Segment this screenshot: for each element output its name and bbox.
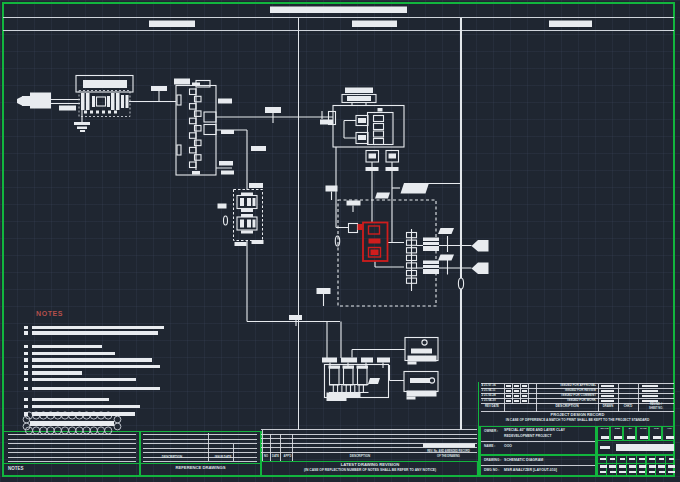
highlighted-component[interactable]	[358, 223, 388, 262]
chkd-header: CHK'D	[618, 405, 638, 408]
grid-value-bar	[609, 465, 616, 468]
revision-mark-bar	[506, 400, 511, 403]
revision-mark-bar	[514, 385, 519, 388]
revision-mark-bar	[514, 400, 519, 403]
grid-header-bar	[659, 458, 665, 461]
note-text-bar	[32, 326, 164, 330]
revision-mark-bar	[522, 400, 527, 403]
meta-value-bar	[640, 436, 648, 439]
grid-value-bar	[668, 471, 675, 474]
grid-value-bar	[639, 471, 646, 474]
note-text-bar	[32, 371, 82, 375]
drawing-value: SCHEMATIC DIAGRAM	[504, 458, 543, 462]
pump-symbols[interactable]	[406, 184, 489, 290]
revision-mark-bar	[522, 385, 527, 388]
meta-value-bar	[627, 436, 635, 439]
grid-value-bar	[668, 465, 675, 468]
revision-mark-bar	[506, 390, 511, 393]
instrument-box-2[interactable]	[404, 372, 438, 400]
revision-name-bar	[642, 385, 658, 388]
revision-mark-bar	[522, 390, 527, 393]
revision-name-bar	[642, 395, 658, 398]
rev-note-line2: OF THE DRAWING	[420, 456, 477, 459]
note-bullet	[24, 398, 28, 402]
approval-signature-bar	[616, 444, 674, 452]
col-appd-label: APP'D	[281, 456, 294, 459]
clouded-note-bar	[30, 421, 114, 426]
scale-value-bar	[600, 446, 610, 449]
grid-value-bar	[600, 471, 607, 474]
grid-header-bar	[639, 458, 645, 461]
revision-mark-bar	[506, 385, 511, 388]
dwgno-value: MSR ANALYZER [LAYOUT-010]	[504, 468, 557, 472]
grid-header-bar	[669, 458, 675, 461]
drawn-header: DRAWN	[598, 405, 618, 408]
revision-id: 1 21.04.30	[482, 399, 504, 402]
drawing-label: DRAWING :	[484, 459, 501, 463]
note-text-bar	[32, 352, 115, 356]
top-band	[3, 7, 674, 31]
grid-value-bar	[600, 465, 607, 468]
note-bullet	[24, 405, 28, 409]
meta-label: SIZE	[612, 428, 624, 431]
title-bar-redacted	[270, 7, 407, 14]
reference-drawings-label: REFERENCE DRAWINGS	[141, 466, 260, 471]
revision-description: ISSUED FOR REVIEW	[536, 389, 596, 392]
meta-value-bar	[601, 436, 609, 439]
description-header: DESCRIPTION	[536, 405, 598, 409]
name-label: NAME :	[484, 445, 495, 449]
control-box[interactable]	[329, 88, 430, 243]
grid-header-bar	[629, 458, 635, 461]
sheet-no-header-2: SHEET NO.	[638, 408, 674, 411]
note-bullet	[24, 326, 28, 330]
grid-header-bar	[649, 458, 655, 461]
col-description-label: DESCRIPTION	[152, 456, 192, 459]
flow-banner-icon	[472, 240, 489, 252]
grid-value-bar	[639, 465, 646, 468]
note-text-bar	[32, 331, 158, 335]
revision-name-bar	[642, 390, 658, 393]
revision-name-bar	[601, 395, 614, 398]
meta-label: BY	[625, 428, 637, 431]
note-bullet	[24, 371, 28, 375]
owner-label: OWNER :	[484, 430, 498, 434]
revision-mark-bar	[522, 395, 527, 398]
grid-value-bar	[619, 471, 626, 474]
note-text-bar	[32, 365, 160, 369]
note-bullet	[24, 345, 28, 349]
instrument-box-1[interactable]	[405, 338, 438, 365]
grid-value-bar	[619, 465, 626, 468]
note-text-bar	[32, 378, 136, 382]
note-text-bar	[32, 412, 135, 416]
tank-assembly[interactable]	[322, 350, 405, 402]
note-text-bar	[32, 405, 140, 409]
col-issue-label: ISSUE DATE	[206, 456, 240, 459]
stamp-bar	[423, 444, 475, 448]
revision-name-bar	[601, 400, 614, 403]
revision-mark-bar	[514, 395, 519, 398]
note-bullet	[24, 358, 28, 362]
meta-value-bar	[653, 436, 661, 439]
meta-label: APP	[664, 428, 676, 431]
notice-line2: (IN CASE OF REFLECTION NUMBER OF NOTES S…	[262, 469, 478, 473]
col-date-label: DATE	[270, 456, 281, 459]
grid-value-bar	[610, 471, 617, 474]
schematic-svg	[0, 0, 680, 482]
drawing-sheet: NOTES NOTES REFERENCE DRAWINGS DESCRIPTI…	[0, 0, 680, 482]
grid-header-bar	[610, 458, 616, 461]
grid-value-bar	[629, 465, 636, 468]
record-note: IN CASE OF DIFFERENCE A MATCH TO PRINT S…	[481, 419, 674, 423]
grid-value-bar	[629, 471, 636, 474]
pump-skid[interactable]	[218, 130, 342, 358]
grid-value-bar	[649, 465, 656, 468]
flow-banner-icon	[472, 263, 489, 275]
revision-description: ISSUED FOR WORK	[536, 399, 596, 402]
rev-header: REV DATE	[481, 405, 503, 408]
note-bullet	[24, 412, 28, 416]
grid-value-bar	[659, 471, 666, 474]
revision-name-bar	[601, 390, 614, 393]
revision-id: 3 21.06.11	[482, 389, 504, 392]
manifold-column[interactable]	[174, 79, 333, 176]
revision-description: ISSUED FOR APPROVAL	[536, 384, 596, 387]
grid-value-bar	[649, 471, 656, 474]
